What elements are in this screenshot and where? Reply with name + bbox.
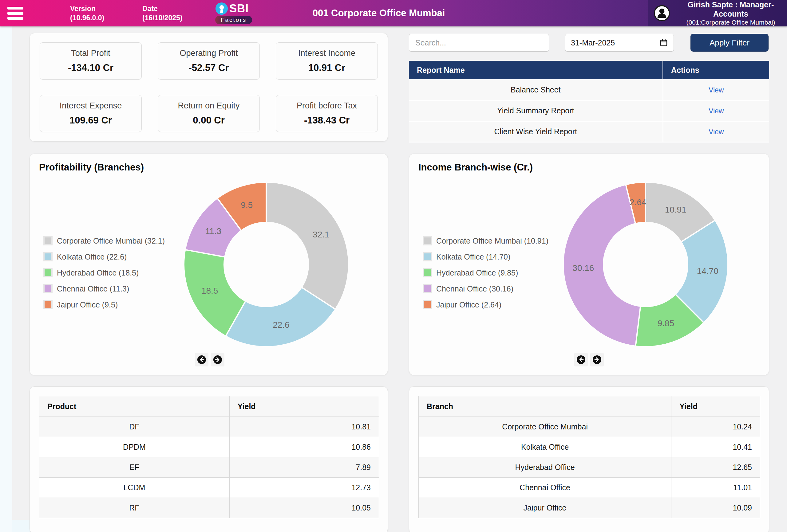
kpi-label: Operating Profit [179, 48, 238, 58]
legend-label: Jaipur Office (9.5) [57, 301, 118, 309]
reports-column-report-name: Report Name [409, 61, 663, 80]
chart-legend: Corporate Office Mumbai (32.1)Kolkata Of… [43, 236, 165, 309]
report-row: Balance SheetView [409, 80, 769, 101]
prev-button[interactable] [574, 353, 588, 367]
sbi-factors-logo: SBI Factors [215, 2, 255, 24]
legend-label: Kolkata Office (14.70) [436, 252, 510, 261]
legend-item[interactable]: Kolkata Office (22.6) [43, 252, 165, 261]
legend-label: Chennai Office (30.16) [436, 284, 513, 293]
view-link[interactable]: View [709, 128, 724, 136]
date-value: (16/10/2025) [142, 13, 182, 22]
legend-item[interactable]: Kolkata Office (14.70) [423, 252, 549, 261]
donut-chart: 10.9114.709.8530.162.64 [553, 172, 738, 357]
donut-slice[interactable] [266, 182, 348, 309]
date-picker-value: 31-Mar-2025 [571, 38, 615, 47]
calendar-icon[interactable] [659, 38, 668, 47]
hamburger-bar [7, 17, 23, 20]
table-header-row: BranchYield [419, 396, 760, 417]
legend-item[interactable]: Chennai Office (30.16) [423, 284, 549, 293]
hamburger-menu-icon[interactable] [7, 7, 25, 20]
table-row: LCDM12.73 [39, 478, 379, 498]
cell: 7.89 [229, 457, 379, 478]
kpi-card: Interest Expense109.69 Cr [40, 95, 142, 132]
cell: Corporate Office Mumbai [419, 417, 672, 437]
table-row: Hyderabad Office12.65 [419, 457, 760, 478]
profitability-chart-card: Profitability (Branches) Corporate Offic… [29, 154, 388, 375]
chart-carousel-controls [195, 353, 225, 367]
report-name-cell: Yield Summary Report [409, 101, 663, 121]
kpi-card: Total Profit-134.10 Cr [40, 42, 142, 80]
kpi-value: -138.43 Cr [304, 115, 349, 126]
kpi-value: 109.69 Cr [69, 115, 112, 126]
branch-yield-card: BranchYieldCorporate Office Mumbai10.24K… [409, 386, 769, 532]
prev-button[interactable] [195, 353, 208, 367]
dashboard-page: Version (10.96.0.0) Date (16/10/2025) SB… [0, 0, 787, 532]
next-button[interactable] [211, 353, 225, 367]
legend-label: Hyderabad Office (18.5) [57, 268, 139, 278]
legend-item[interactable]: Corporate Office Mumbai (10.91) [423, 236, 549, 245]
table-row: EF7.89 [39, 457, 379, 478]
kpi-card: Interest Income10.91 Cr [276, 42, 378, 80]
table-row: Chennai Office11.01 [419, 478, 760, 498]
legend-item[interactable]: Jaipur Office (9.5) [43, 300, 165, 309]
kpi-label: Interest Income [298, 48, 355, 58]
slice-label: 10.91 [665, 205, 686, 215]
income-chart-card: Income Branch-wise (Cr.) Corporate Offic… [409, 154, 769, 375]
kpi-card: Profit before Tax-138.43 Cr [276, 95, 378, 132]
apply-filter-button[interactable]: Apply Filter [690, 34, 769, 51]
kpi-label: Return on Equity [178, 101, 239, 111]
logo-sub-text: Factors [215, 16, 252, 24]
cell: 10.86 [229, 437, 379, 457]
next-button[interactable] [590, 353, 604, 367]
slice-label: 2.64 [630, 198, 646, 207]
app-header: Version (10.96.0.0) Date (16/10/2025) SB… [0, 0, 787, 26]
table-row: RF10.05 [39, 498, 379, 518]
table-row: Jaipur Office10.09 [419, 498, 760, 518]
legend-item[interactable]: Hyderabad Office (9.85) [423, 268, 549, 278]
legend-swatch [43, 300, 52, 309]
search-input[interactable] [409, 34, 549, 51]
cell: 10.09 [672, 498, 760, 518]
user-avatar-icon [654, 5, 670, 22]
circle-arrow-right-icon [213, 355, 222, 364]
legend-swatch [423, 268, 432, 278]
view-link[interactable]: View [709, 107, 724, 115]
circle-arrow-left-icon [576, 355, 586, 364]
kpi-value: 10.91 Cr [309, 62, 345, 73]
cell: 12.73 [229, 478, 379, 498]
table-row: DPDM10.86 [39, 437, 379, 457]
legend-item[interactable]: Chennai Office (11.3) [43, 284, 165, 293]
legend-swatch [423, 252, 432, 261]
cell: Hyderabad Office [419, 457, 672, 478]
legend-item[interactable]: Hyderabad Office (18.5) [43, 268, 165, 278]
product-yield-card: ProductYieldDF10.81DPDM10.86EF7.89LCDM12… [29, 386, 388, 532]
legend-label: Kolkata Office (22.6) [57, 252, 127, 261]
report-name-cell: Balance Sheet [409, 80, 663, 101]
date-picker-field[interactable]: 31-Mar-2025 [565, 34, 674, 51]
legend-swatch [423, 236, 432, 245]
page-title: 001 Corporate Office Mumbai [313, 8, 445, 19]
chart-carousel-controls [574, 353, 604, 367]
reports-body: Balance SheetViewYield Summary ReportVie… [409, 80, 769, 142]
legend-swatch [423, 284, 432, 293]
legend-item[interactable]: Corporate Office Mumbai (32.1) [43, 236, 165, 245]
legend-item[interactable]: Jaipur Office (2.64) [423, 300, 549, 309]
chart-title: Income Branch-wise (Cr.) [419, 162, 533, 173]
legend-swatch [43, 284, 52, 293]
product-yield-table: ProductYieldDF10.81DPDM10.86EF7.89LCDM12… [39, 396, 379, 518]
cell: DPDM [39, 437, 230, 457]
circle-arrow-left-icon [197, 355, 207, 364]
cell: Kolkata Office [419, 437, 672, 457]
column-header: Yield [229, 396, 379, 417]
chart-title: Profitability (Branches) [39, 162, 144, 173]
view-link[interactable]: View [709, 86, 724, 94]
cell: EF [39, 457, 230, 478]
legend-swatch [423, 300, 432, 309]
report-row: Client Wise Yield ReportView [409, 121, 769, 142]
hamburger-bar [7, 7, 23, 9]
legend-label: Corporate Office Mumbai (10.91) [436, 237, 549, 245]
kpi-value: -134.10 Cr [68, 62, 113, 73]
column-header: Yield [672, 396, 760, 417]
column-header: Branch [419, 396, 672, 417]
version-label: Version [70, 4, 104, 13]
